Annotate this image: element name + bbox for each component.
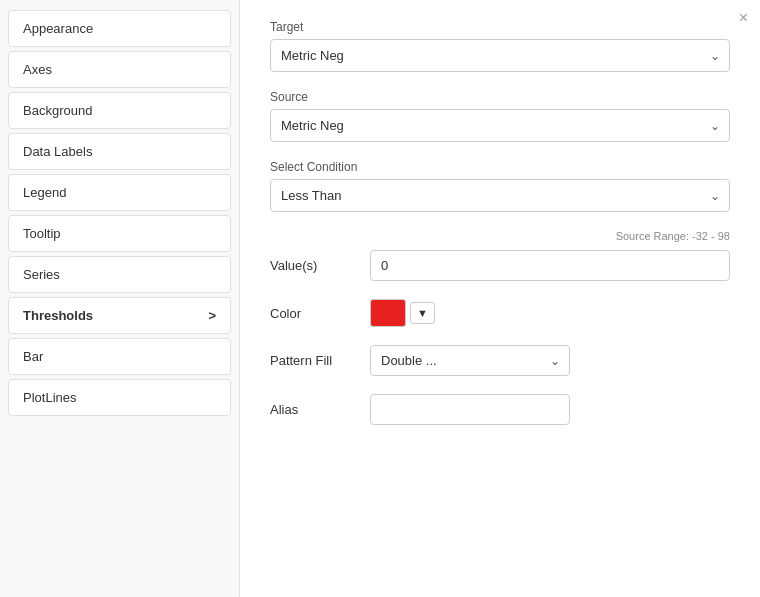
condition-select[interactable]: Less Than [270, 179, 730, 212]
color-swatch[interactable] [370, 299, 406, 327]
pattern-select-wrapper: Double ... ⌄ [370, 345, 570, 376]
pattern-fill-control: Double ... ⌄ [370, 345, 730, 376]
alias-field: Alias [270, 394, 730, 425]
source-label: Source [270, 90, 730, 104]
sidebar-item-label: Thresholds [23, 308, 93, 323]
target-select-wrapper: Metric Neg ⌄ [270, 39, 730, 72]
source-select-wrapper: Metric Neg ⌄ [270, 109, 730, 142]
pattern-select[interactable]: Double ... [370, 345, 570, 376]
sidebar-item-data-labels[interactable]: Data Labels [8, 133, 231, 170]
color-control: ▼ [370, 299, 730, 327]
values-label: Value(s) [270, 258, 370, 273]
sidebar-item-axes[interactable]: Axes [8, 51, 231, 88]
sidebar-item-label: Appearance [23, 21, 93, 36]
pattern-fill-field: Pattern Fill Double ... ⌄ [270, 345, 730, 376]
main-panel: Target Metric Neg ⌄ Source Metric Neg ⌄ … [240, 0, 760, 597]
condition-label: Select Condition [270, 160, 730, 174]
pattern-fill-label: Pattern Fill [270, 353, 370, 368]
condition-select-wrapper: Less Than ⌄ [270, 179, 730, 212]
sidebar-item-series[interactable]: Series [8, 256, 231, 293]
sidebar-item-label: Data Labels [23, 144, 92, 159]
sidebar-item-label: Series [23, 267, 60, 282]
source-group: Source Metric Neg ⌄ [270, 90, 730, 142]
main-layout: AppearanceAxesBackgroundData LabelsLegen… [0, 0, 760, 597]
sidebar-item-bar[interactable]: Bar [8, 338, 231, 375]
alias-label: Alias [270, 402, 370, 417]
color-dropdown-button[interactable]: ▼ [410, 302, 435, 324]
target-group: Target Metric Neg ⌄ [270, 20, 730, 72]
source-range: Source Range: -32 - 98 [270, 230, 730, 242]
sidebar: AppearanceAxesBackgroundData LabelsLegen… [0, 0, 240, 597]
color-field: Color ▼ [270, 299, 730, 327]
condition-group: Select Condition Less Than ⌄ [270, 160, 730, 212]
values-control [370, 250, 730, 281]
sidebar-item-label: PlotLines [23, 390, 76, 405]
sidebar-item-label: Axes [23, 62, 52, 77]
sidebar-item-appearance[interactable]: Appearance [8, 10, 231, 47]
sidebar-item-label: Background [23, 103, 92, 118]
sidebar-item-label: Legend [23, 185, 66, 200]
sidebar-item-label: Bar [23, 349, 43, 364]
values-field: Value(s) [270, 250, 730, 281]
sidebar-item-legend[interactable]: Legend [8, 174, 231, 211]
values-input[interactable] [370, 250, 730, 281]
color-label: Color [270, 306, 370, 321]
sidebar-item-background[interactable]: Background [8, 92, 231, 129]
sidebar-item-tooltip[interactable]: Tooltip [8, 215, 231, 252]
alias-input[interactable] [370, 394, 570, 425]
sidebar-item-plotlines[interactable]: PlotLines [8, 379, 231, 416]
sidebar-item-arrow: > [208, 308, 216, 323]
sidebar-item-label: Tooltip [23, 226, 61, 241]
sidebar-item-thresholds[interactable]: Thresholds> [8, 297, 231, 334]
color-picker: ▼ [370, 299, 435, 327]
alias-control [370, 394, 730, 425]
target-label: Target [270, 20, 730, 34]
target-select[interactable]: Metric Neg [270, 39, 730, 72]
source-select[interactable]: Metric Neg [270, 109, 730, 142]
close-button[interactable]: × [739, 10, 748, 26]
